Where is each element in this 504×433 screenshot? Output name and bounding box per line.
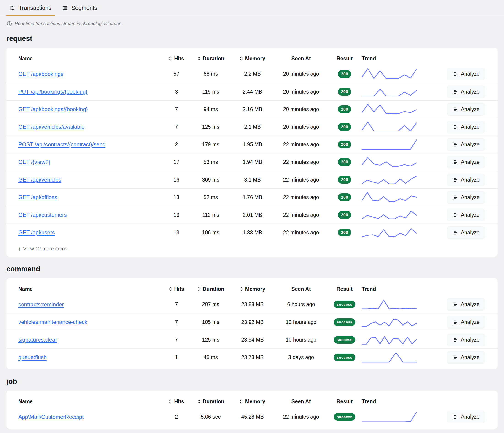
cell-result: 200 [327,194,362,201]
column-header-memory: Memory [230,398,275,405]
analyze-button[interactable]: Analyze [447,316,485,328]
cell-actions: Analyze [430,334,485,346]
transaction-name-link[interactable]: GET /api/vehicles/available [18,124,84,130]
cell-duration: 125 ms [191,124,230,130]
analyze-chart-icon [452,414,458,420]
cell-hits: 1 [162,354,191,361]
transaction-name-link[interactable]: contracts:reminder [18,301,64,308]
analyze-chart-icon [452,302,458,307]
analyze-button[interactable]: Analyze [447,138,485,151]
analyze-button[interactable]: Analyze [447,411,485,423]
cell-duration: 53 ms [191,159,230,165]
cell-duration: 207 ms [191,301,230,308]
analyze-button[interactable]: Analyze [447,86,485,98]
analyze-button[interactable]: Analyze [447,298,485,311]
table-header-row: NameHitsDurationMemorySeen AtResultTrend [6,52,498,65]
sort-icon[interactable] [197,286,201,292]
cell-actions: Analyze [430,86,485,98]
table-row: POST /api/contracts/{contract}/send2179 … [6,136,498,153]
tab-transactions[interactable]: Transactions [6,0,55,16]
cell-trend [362,410,430,424]
transaction-name-link[interactable]: GET /api/vehicles [18,177,61,183]
analyze-button[interactable]: Analyze [447,103,485,116]
transaction-name-link[interactable]: GET /api/bookings/{booking} [18,106,88,112]
transaction-name-link[interactable]: GET /api/users [18,229,55,236]
column-header-seen-at: Seen At [275,398,327,405]
analyze-button[interactable]: Analyze [447,226,485,239]
sort-icon[interactable] [240,56,243,61]
analyze-button[interactable]: Analyze [447,334,485,346]
analyze-button-label: Analyze [461,337,479,343]
sort-icon[interactable] [169,286,172,292]
transaction-name-link[interactable]: POST /api/contracts/{contract}/send [18,141,106,148]
cell-seen-at: 22 minutes ago [275,141,327,148]
cell-actions: Analyze [430,138,485,151]
sort-icon[interactable] [169,56,172,61]
cell-name: contracts:reminder [18,301,162,308]
transaction-name-link[interactable]: vehicles:maintenance-check [18,319,87,325]
group-title: job [6,377,498,386]
analyze-button-label: Analyze [461,71,479,77]
result-badge: success [334,301,355,308]
analyze-button[interactable]: Analyze [447,209,485,221]
result-badge: 200 [338,211,351,219]
analyze-button[interactable]: Analyze [447,121,485,133]
column-header-memory-label: Memory [245,398,265,405]
cell-hits: 13 [162,194,191,201]
analyze-button[interactable]: Analyze [447,174,485,186]
cell-actions: Analyze [430,298,485,311]
cell-memory: 2.2 MB [230,71,275,77]
sort-icon[interactable] [169,399,172,404]
cell-memory: 2.44 MB [230,89,275,95]
cell-memory: 2.1 MB [230,124,275,130]
sort-icon[interactable] [197,399,201,404]
column-header-result: Result [327,286,362,292]
analyze-button[interactable]: Analyze [447,351,485,364]
info-icon [7,21,12,26]
column-header-hits: Hits [162,398,191,405]
analyze-button-label: Analyze [461,159,479,165]
trend-sparkline [362,298,417,311]
cell-hits: 13 [162,212,191,218]
analyze-button[interactable]: Analyze [447,156,485,168]
transaction-name-link[interactable]: GET /api/bookings [18,71,63,77]
trend-sparkline [362,173,417,186]
table-row: signatures:clear7125 ms23.54 MB10 hours … [6,331,498,348]
sort-icon[interactable] [197,56,201,61]
analyze-button-label: Analyze [461,124,479,130]
analyze-button[interactable]: Analyze [447,68,485,80]
analyze-button[interactable]: Analyze [447,191,485,204]
transaction-name-link[interactable]: GET /{view?} [18,159,50,165]
analyze-chart-icon [452,195,458,200]
cell-result: success [327,318,362,326]
cell-duration: 179 ms [191,141,230,148]
transaction-name-link[interactable]: queue:flush [18,354,47,360]
analyze-chart-icon [452,71,458,77]
sort-icon[interactable] [240,286,243,292]
cell-memory: 45.28 MB [230,414,275,420]
section-request: requestNameHitsDurationMemorySeen AtResu… [0,35,504,257]
cell-duration: 115 ms [191,89,230,95]
analyze-button-label: Analyze [461,177,479,183]
result-badge: 200 [338,70,351,78]
result-badge: success [334,413,355,421]
view-more-button[interactable]: ↓View 12 more items [6,241,498,254]
sort-icon[interactable] [240,399,243,404]
transaction-name-link[interactable]: signatures:clear [18,336,57,343]
transaction-name-link[interactable]: PUT /api/bookings/{booking} [18,88,87,95]
analyze-chart-icon [452,177,458,182]
section-command: commandNameHitsDurationMemorySeen AtResu… [0,265,504,369]
transaction-name-link[interactable]: App\Mail\CustomerReceipt [18,414,83,420]
analyze-chart-icon [452,107,458,112]
cell-seen-at: 22 minutes ago [275,230,327,236]
trend-sparkline [362,208,417,221]
cell-trend [362,226,430,239]
cell-memory: 1.95 MB [230,141,275,148]
column-header-seen-at: Seen At [275,56,327,62]
trend-sparkline [362,103,417,116]
tab-segments[interactable]: Segments [59,0,101,16]
transaction-name-link[interactable]: GET /api/customers [18,212,67,218]
transaction-name-link[interactable]: GET /api/offices [18,194,57,200]
trend-sparkline [362,155,417,169]
column-header-duration: Duration [191,286,230,292]
